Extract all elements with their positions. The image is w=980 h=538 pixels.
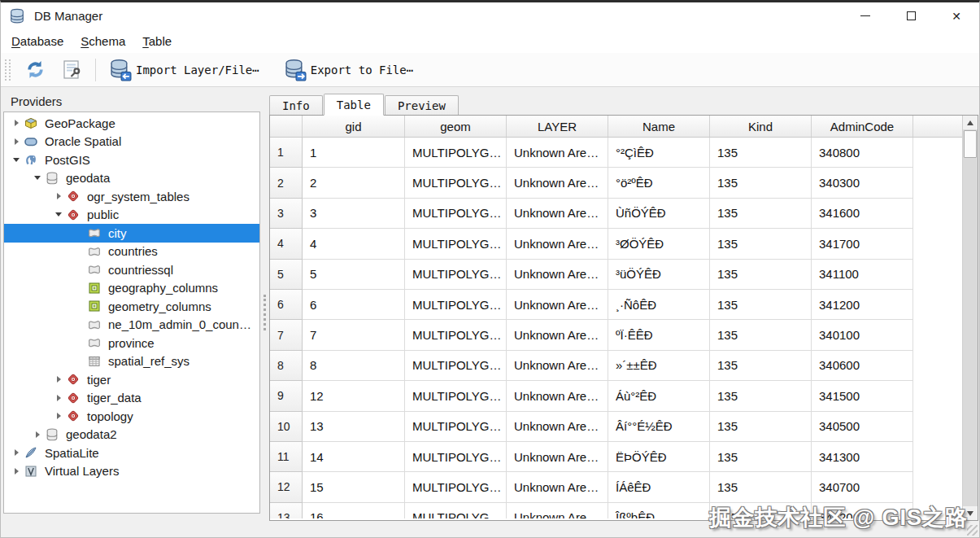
cell-name[interactable]: °ö²ºÊÐ	[608, 168, 710, 198]
row-number[interactable]: 3	[270, 199, 303, 229]
cell-layer[interactable]: Unknown Are…	[507, 199, 608, 229]
cell-gid[interactable]: 1	[303, 138, 405, 168]
cell-kind[interactable]: 135	[710, 168, 812, 198]
row-number[interactable]: 10	[270, 412, 303, 442]
tree-item-city[interactable]: city	[4, 224, 259, 243]
cell-geom[interactable]: MULTIPOLYG…	[405, 503, 507, 518]
cell-admincode[interactable]: 340500	[812, 412, 913, 442]
expanded-arrow-icon[interactable]	[30, 171, 45, 186]
collapsed-arrow-icon[interactable]	[51, 409, 66, 423]
cell-name[interactable]: ÍÁêÊÐ	[608, 472, 710, 502]
cell-name[interactable]: ³üÖÝÊÐ	[608, 260, 710, 290]
row-number[interactable]: 7	[270, 320, 303, 350]
sql-window-button[interactable]	[55, 56, 88, 83]
row-number[interactable]: 1	[270, 138, 303, 168]
cell-layer[interactable]: Unknown Are…	[507, 412, 608, 442]
cell-admincode[interactable]: 340600	[812, 351, 913, 381]
cell-geom[interactable]: MULTIPOLYG…	[405, 290, 507, 320]
cell-gid[interactable]: 15	[303, 472, 405, 502]
cell-gid[interactable]: 4	[303, 229, 405, 259]
cell-layer[interactable]: Unknown Are…	[507, 260, 608, 290]
tree-item-ogr-system-tables[interactable]: ogr_system_tables	[4, 187, 259, 206]
panel-splitter[interactable]	[261, 93, 269, 521]
cell-geom[interactable]: MULTIPOLYG…	[405, 168, 507, 198]
collapsed-arrow-icon[interactable]	[51, 391, 66, 405]
tree-item-geopackage[interactable]: GeoPackage	[4, 114, 259, 133]
export-file-button[interactable]: Export to File⋯	[278, 56, 419, 84]
column-header-layer[interactable]: LAYER	[507, 116, 608, 137]
tree-item-geodata2[interactable]: geodata2	[4, 426, 259, 444]
column-header-admincode[interactable]: AdminCode	[812, 116, 913, 137]
cell-geom[interactable]: MULTIPOLYG…	[405, 351, 507, 381]
tree-item-countriessql[interactable]: countriessql	[4, 260, 259, 279]
collapsed-arrow-icon[interactable]	[30, 427, 45, 442]
cell-name[interactable]: ºÏ·ÊÊÐ	[608, 320, 710, 350]
cell-layer[interactable]: Unknown Are…	[507, 503, 608, 518]
tab-info[interactable]: Info	[269, 95, 323, 115]
cell-kind[interactable]: 135	[710, 412, 812, 442]
cell-kind[interactable]: 135	[710, 229, 812, 259]
row-number[interactable]: 2	[270, 168, 303, 198]
cell-kind[interactable]: 135	[710, 260, 812, 290]
cell-name[interactable]: ËÞÖÝÊÐ	[608, 442, 710, 472]
cell-gid[interactable]: 14	[303, 442, 405, 472]
column-header-kind[interactable]: Kind	[710, 116, 812, 137]
tab-preview[interactable]: Preview	[385, 95, 459, 115]
cell-layer[interactable]: Unknown Are…	[507, 351, 608, 381]
cell-name[interactable]: ÙñÖÝÊÐ	[608, 199, 710, 229]
tree-item-topology[interactable]: topology	[4, 407, 259, 426]
collapsed-arrow-icon[interactable]	[9, 445, 24, 460]
cell-admincode[interactable]: 340200	[812, 503, 913, 518]
cell-name[interactable]: ¸·ÑôÊÐ	[608, 290, 710, 320]
close-button[interactable]	[934, 2, 979, 29]
tree-item-tiger[interactable]: tiger	[4, 370, 259, 389]
cell-admincode[interactable]: 341600	[812, 199, 913, 229]
cell-gid[interactable]: 12	[303, 381, 405, 411]
cell-admincode[interactable]: 341100	[812, 260, 913, 290]
cell-admincode[interactable]: 340700	[812, 472, 913, 502]
cell-geom[interactable]: MULTIPOLYG…	[405, 320, 507, 350]
cell-name[interactable]: Âí°°É½ÊÐ	[608, 412, 710, 442]
cell-layer[interactable]: Unknown Are…	[507, 320, 608, 350]
cell-geom[interactable]: MULTIPOLYG…	[405, 412, 507, 442]
minimize-button[interactable]	[843, 2, 888, 29]
row-number[interactable]: 12	[270, 472, 303, 502]
collapsed-arrow-icon[interactable]	[51, 189, 66, 203]
cell-geom[interactable]: MULTIPOLYG…	[405, 229, 507, 259]
row-number[interactable]: 13	[270, 503, 303, 518]
scroll-up-button[interactable]	[963, 116, 978, 129]
cell-kind[interactable]: 135	[710, 381, 812, 411]
tree-item-spatialite[interactable]: SpatiaLite	[4, 444, 259, 462]
row-number[interactable]: 11	[270, 442, 303, 472]
cell-admincode[interactable]: 341200	[812, 290, 913, 320]
cell-geom[interactable]: MULTIPOLYG…	[405, 138, 507, 168]
cell-name[interactable]: Áù°²ÊÐ	[608, 381, 710, 411]
tree-item-province[interactable]: province	[4, 334, 259, 352]
maximize-button[interactable]	[888, 2, 934, 29]
tree-item-postgis[interactable]: PostGIS	[4, 151, 259, 169]
cell-kind[interactable]: 135	[710, 138, 812, 168]
cell-kind[interactable]: 135	[710, 320, 812, 350]
cell-admincode[interactable]: 340300	[812, 168, 913, 198]
tab-table[interactable]: Table	[324, 94, 384, 116]
expanded-arrow-icon[interactable]	[9, 152, 24, 167]
cell-layer[interactable]: Unknown Are…	[507, 472, 608, 502]
cell-name[interactable]: ³ØÖÝÊÐ	[608, 229, 710, 259]
cell-kind[interactable]: 135	[710, 442, 812, 472]
import-layer-button[interactable]: Import Layer/File⋯	[103, 56, 265, 84]
tree-item-oracle-spatial[interactable]: Oracle Spatial	[4, 133, 259, 151]
cell-gid[interactable]: 8	[303, 351, 405, 381]
column-header-geom[interactable]: geom	[405, 116, 507, 137]
cell-admincode[interactable]: 341500	[812, 381, 913, 411]
cell-kind[interactable]: 135	[710, 351, 812, 381]
expanded-arrow-icon[interactable]	[51, 208, 66, 222]
cell-kind[interactable]: 135	[710, 199, 812, 229]
cell-gid[interactable]: 6	[303, 290, 405, 320]
row-number[interactable]: 6	[270, 290, 303, 320]
vertical-scrollbar[interactable]	[962, 116, 978, 520]
collapsed-arrow-icon[interactable]	[9, 116, 24, 130]
cell-layer[interactable]: Unknown Are…	[507, 229, 608, 259]
tree-item-tiger-data[interactable]: tiger_data	[4, 389, 259, 408]
tree-item-countries[interactable]: countries	[4, 243, 259, 261]
menu-schema[interactable]: Schema	[81, 34, 125, 48]
